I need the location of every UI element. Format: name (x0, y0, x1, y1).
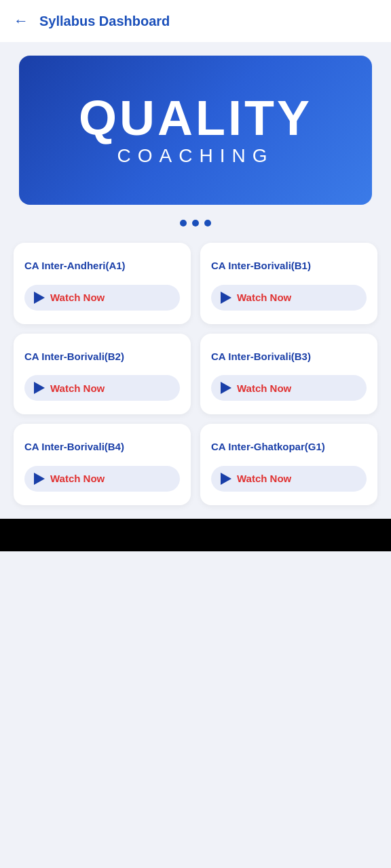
card-title: CA Inter-Borivali(B4) (24, 440, 180, 454)
cards-grid: CA Inter-Andheri(A1)Watch NowCA Inter-Bo… (0, 237, 391, 519)
carousel-dots (0, 212, 391, 237)
card-item: CA Inter-Borivali(B4)Watch Now (14, 424, 191, 505)
card-title: CA Inter-Borivali(B1) (211, 259, 367, 273)
watch-now-label: Watch Now (50, 473, 105, 484)
watch-now-button[interactable]: Watch Now (24, 375, 180, 401)
watch-now-label: Watch Now (237, 473, 291, 484)
watch-now-label: Watch Now (237, 382, 291, 394)
bottom-bar (0, 519, 391, 551)
card-item: CA Inter-Borivali(B3)Watch Now (200, 334, 377, 415)
page-title: Syllabus Dashboard (39, 14, 170, 29)
banner-section: QUALITY COACHING (0, 42, 391, 212)
card-title: CA Inter-Andheri(A1) (24, 259, 180, 273)
watch-now-button[interactable]: Watch Now (24, 466, 180, 492)
watch-now-button[interactable]: Watch Now (211, 375, 367, 401)
dot-2[interactable] (192, 220, 199, 226)
watch-now-label: Watch Now (50, 292, 105, 303)
watch-now-button[interactable]: Watch Now (24, 285, 180, 311)
card-title: CA Inter-Ghatkopar(G1) (211, 440, 367, 454)
card-item: CA Inter-Andheri(A1)Watch Now (14, 243, 191, 324)
card-item: CA Inter-Ghatkopar(G1)Watch Now (200, 424, 377, 505)
play-icon (34, 473, 45, 485)
play-icon (34, 382, 45, 394)
watch-now-label: Watch Now (237, 292, 291, 303)
watch-now-button[interactable]: Watch Now (211, 466, 367, 492)
banner-title: QUALITY (79, 94, 312, 142)
back-button[interactable]: ← (14, 12, 29, 30)
play-icon (34, 292, 45, 304)
play-icon (221, 473, 231, 485)
watch-now-button[interactable]: Watch Now (211, 285, 367, 311)
banner-subtitle: COACHING (117, 145, 274, 167)
dot-3[interactable] (204, 220, 211, 226)
card-title: CA Inter-Borivali(B2) (24, 350, 180, 363)
card-title: CA Inter-Borivali(B3) (211, 350, 367, 363)
play-icon (221, 382, 231, 394)
dot-1[interactable] (180, 220, 187, 226)
card-item: CA Inter-Borivali(B1)Watch Now (200, 243, 377, 324)
header: ← Syllabus Dashboard (0, 0, 391, 42)
play-icon (221, 292, 231, 304)
quality-coaching-banner: QUALITY COACHING (19, 56, 372, 205)
watch-now-label: Watch Now (50, 382, 105, 394)
card-item: CA Inter-Borivali(B2)Watch Now (14, 334, 191, 415)
